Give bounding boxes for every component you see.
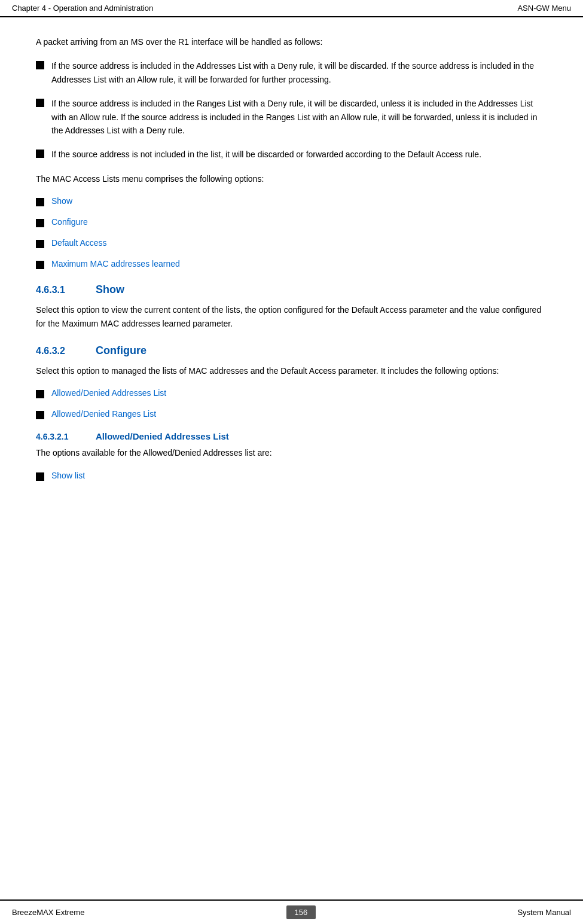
footer-left: BreezeMAX Extreme xyxy=(12,908,84,917)
menu-link-max-mac[interactable]: Maximum MAC addresses learned xyxy=(51,259,180,269)
configure-bullet-0 xyxy=(36,390,44,398)
bullet-text-3: If the source address is not included in… xyxy=(51,148,481,161)
menu-bullet-0 xyxy=(36,198,44,206)
section-number-4632: 4.6.3.2 xyxy=(36,346,84,356)
footer-right: System Manual xyxy=(517,908,571,917)
section-number-4631: 4.6.3.1 xyxy=(36,285,84,295)
footer-page-number: 156 xyxy=(286,905,316,919)
bullet-icon-1 xyxy=(36,61,44,69)
configure-item-ranges: Allowed/Denied Ranges List xyxy=(36,409,547,419)
bullet-icon-3 xyxy=(36,150,44,158)
intro-paragraph: A packet arriving from an MS over the R1… xyxy=(36,35,547,48)
bullet-item-3: If the source address is not included in… xyxy=(36,148,547,161)
bullet-item-2: If the source address is included in the… xyxy=(36,97,547,137)
menu-item-configure: Configure xyxy=(36,217,547,227)
menu-bullet-3 xyxy=(36,261,44,269)
menu-link-default-access[interactable]: Default Access xyxy=(51,238,107,248)
bullet-icon-2 xyxy=(36,99,44,107)
subsection-link-show-list[interactable]: Show list xyxy=(51,471,85,480)
configure-link-ranges[interactable]: Allowed/Denied Ranges List xyxy=(51,409,156,419)
subsection-body-46321: The options available for the Allowed/De… xyxy=(36,446,547,459)
section-body-4632: Select this option to managed the lists … xyxy=(36,364,547,377)
header-title: ASN-GW Menu xyxy=(517,4,571,13)
menu-link-show[interactable]: Show xyxy=(51,196,72,206)
subsection-bullet-0 xyxy=(36,472,44,481)
menu-item-show: Show xyxy=(36,196,547,206)
menu-bullet-2 xyxy=(36,240,44,248)
header-bar: Chapter 4 - Operation and Administration… xyxy=(0,0,583,17)
menu-item-max-mac: Maximum MAC addresses learned xyxy=(36,259,547,269)
menu-link-configure[interactable]: Configure xyxy=(51,217,88,227)
bullet-text-1: If the source address is included in the… xyxy=(51,59,547,86)
subsection-heading-46321: 4.6.3.2.1 Allowed/Denied Addresses List xyxy=(36,431,547,441)
section-title-4631: Show xyxy=(96,283,124,296)
bullet-item-1: If the source address is included in the… xyxy=(36,59,547,86)
subsection-number-46321: 4.6.3.2.1 xyxy=(36,432,84,441)
configure-item-addresses: Allowed/Denied Addresses List xyxy=(36,388,547,398)
section-title-4632: Configure xyxy=(96,344,146,357)
main-content: A packet arriving from an MS over the R1… xyxy=(0,17,583,899)
footer-bar: BreezeMAX Extreme 156 System Manual xyxy=(0,899,583,924)
configure-bullet-1 xyxy=(36,411,44,419)
section-heading-4631: 4.6.3.1 Show xyxy=(36,283,547,296)
section-heading-4632: 4.6.3.2 Configure xyxy=(36,344,547,357)
subsection-item-show-list: Show list xyxy=(36,471,547,481)
configure-link-addresses[interactable]: Allowed/Denied Addresses List xyxy=(51,388,166,398)
menu-item-default-access: Default Access xyxy=(36,238,547,248)
header-chapter: Chapter 4 - Operation and Administration xyxy=(12,4,153,13)
subsection-title-46321: Allowed/Denied Addresses List xyxy=(96,431,229,441)
menu-intro: The MAC Access Lists menu comprises the … xyxy=(36,172,547,185)
page-container: Chapter 4 - Operation and Administration… xyxy=(0,0,583,924)
section-body-4631: Select this option to view the current c… xyxy=(36,303,547,330)
menu-bullet-1 xyxy=(36,219,44,227)
bullet-text-2: If the source address is included in the… xyxy=(51,97,547,137)
